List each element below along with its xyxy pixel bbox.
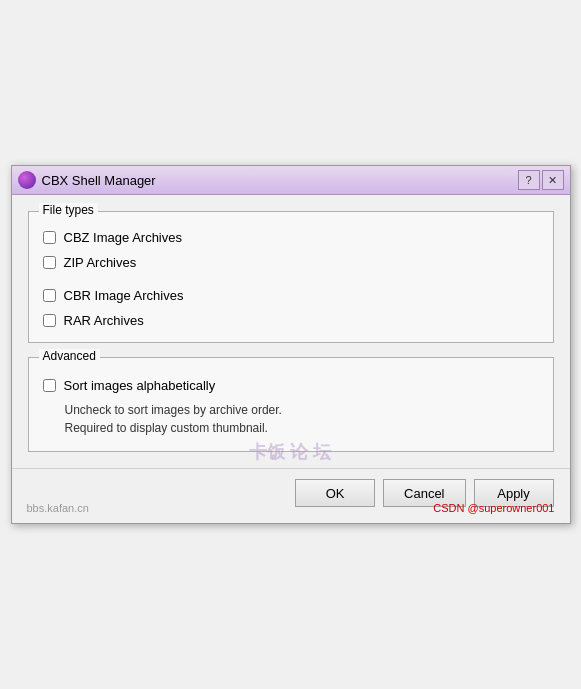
- cbr-row: CBR Image Archives: [43, 288, 539, 303]
- advanced-group: Advanced Sort images alphabetically Unch…: [28, 357, 554, 452]
- cbr-label[interactable]: CBR Image Archives: [64, 288, 184, 303]
- footer: OK Cancel Apply: [12, 468, 570, 523]
- help-button[interactable]: ?: [518, 170, 540, 190]
- rar-checkbox[interactable]: [43, 314, 56, 327]
- cbz-label[interactable]: CBZ Image Archives: [64, 230, 183, 245]
- cbr-checkbox[interactable]: [43, 289, 56, 302]
- zip-label[interactable]: ZIP Archives: [64, 255, 137, 270]
- cbr-section: CBR Image Archives RAR Archives: [43, 280, 539, 328]
- file-types-group: File types CBZ Image Archives ZIP Archiv…: [28, 211, 554, 343]
- file-types-list: CBZ Image Archives ZIP Archives CBR Imag…: [43, 222, 539, 328]
- cbz-checkbox[interactable]: [43, 231, 56, 244]
- cbz-section: CBZ Image Archives ZIP Archives: [43, 222, 539, 270]
- apply-button[interactable]: Apply: [474, 479, 554, 507]
- sort-description: Uncheck to sort images by archive order.…: [65, 401, 539, 437]
- file-types-label: File types: [39, 203, 98, 217]
- main-window: CBX Shell Manager ? ✕ File types CBZ Ima…: [11, 165, 571, 524]
- close-button[interactable]: ✕: [542, 170, 564, 190]
- cbz-row: CBZ Image Archives: [43, 230, 539, 245]
- zip-row: ZIP Archives: [43, 255, 539, 270]
- app-icon: [18, 171, 36, 189]
- window-title: CBX Shell Manager: [42, 173, 156, 188]
- sort-checkbox[interactable]: [43, 379, 56, 392]
- titlebar: CBX Shell Manager ? ✕: [12, 166, 570, 195]
- advanced-label: Advanced: [39, 349, 100, 363]
- zip-checkbox[interactable]: [43, 256, 56, 269]
- sort-label[interactable]: Sort images alphabetically: [64, 378, 216, 393]
- ok-button[interactable]: OK: [295, 479, 375, 507]
- content-area: File types CBZ Image Archives ZIP Archiv…: [12, 195, 570, 468]
- rar-label[interactable]: RAR Archives: [64, 313, 144, 328]
- titlebar-buttons: ? ✕: [518, 170, 564, 190]
- titlebar-left: CBX Shell Manager: [18, 171, 156, 189]
- cancel-button[interactable]: Cancel: [383, 479, 465, 507]
- sort-row: Sort images alphabetically: [43, 378, 539, 393]
- rar-row: RAR Archives: [43, 313, 539, 328]
